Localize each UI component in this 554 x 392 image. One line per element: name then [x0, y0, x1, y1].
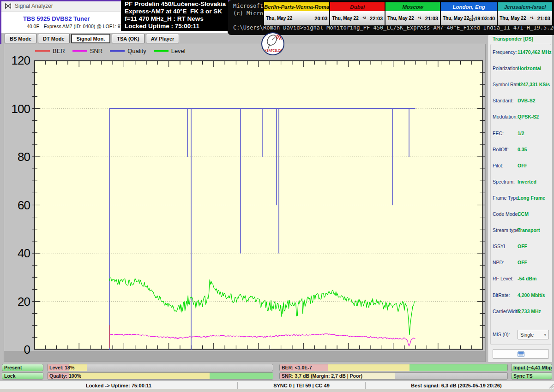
sync-bar-label: Sync TS	[513, 373, 532, 379]
clock-body: Thu, May 22-1DST19:03:40	[441, 11, 497, 25]
y-tick-label: 40	[6, 246, 30, 261]
signal-chart-panel: BERSNRQualityLevel 120100806040200	[4, 44, 486, 362]
param-row-frametype: Frame Type:Long Frame	[489, 195, 553, 202]
clock-city-label: Berlin-Paris-Vienna-Roma	[264, 2, 329, 11]
clock-body: Thu, May 22+121:03	[498, 11, 552, 25]
legend-swatch	[72, 50, 87, 52]
param-label: RollOff:	[493, 147, 509, 152]
transponder-panel: Transponder [DS] MIS (0): Single ▾ Frequ…	[488, 35, 552, 362]
param-value: DVB-S2	[518, 98, 536, 103]
clock-city-label: Jerusalem-Israel	[498, 2, 552, 11]
legend-swatch	[154, 50, 169, 52]
panel-tool-icon	[518, 351, 524, 357]
ber-bar-label: BER: <1.0E-7	[282, 365, 312, 370]
param-label: RF Level:	[493, 276, 513, 281]
param-value: Long Frame	[518, 195, 545, 201]
annotation-line: Express-AM7 at 40°E_FK 3 or SK	[125, 8, 228, 15]
y-tick-label: 120	[6, 53, 30, 68]
param-row-codemode: Code Mode:CCM	[489, 211, 553, 218]
param-row-bitrate: BitRate:4,200 Mbit/s	[489, 292, 553, 299]
tab-av-player[interactable]: AV Player	[146, 34, 180, 43]
transponder-groupbox	[490, 44, 551, 345]
annotation-line: Locked Uptime : 75:00:11	[125, 23, 228, 30]
param-value: Transport	[518, 227, 540, 233]
param-value: Horizontal	[518, 65, 541, 71]
param-label: ISSYI	[493, 244, 505, 249]
param-row-fec: FEC:1/2	[489, 131, 553, 137]
legend-swatch	[110, 50, 125, 52]
param-value: 4247,331 KS/s	[518, 82, 550, 87]
quality-bar-label: Quality: 100%	[49, 373, 81, 379]
param-value: OFF	[518, 163, 527, 168]
input-bar: Input (~4,41 Mbps)	[511, 364, 552, 371]
window-border-left	[0, 0, 1, 44]
param-value: QPSK-S2	[518, 114, 539, 119]
clock-utc-offset: -1DST	[469, 15, 475, 21]
y-tick-label: 80	[6, 150, 30, 164]
clock-utc-offset: +1	[417, 17, 422, 20]
tab-dt-mode[interactable]: DT Mode	[38, 34, 69, 43]
clock-time: 19:03:40	[475, 16, 495, 21]
param-value: OFF	[518, 260, 527, 265]
param-value: 0.35	[518, 147, 527, 152]
param-row-standard: Standard:DVB-S2	[489, 98, 553, 104]
param-label: Polarization:	[493, 65, 519, 71]
satellite-dish-icon	[262, 33, 283, 50]
ber-bar: BER: <1.0E-7	[279, 364, 508, 371]
legend-item-level: Level	[154, 48, 186, 54]
param-row-modulation: Modulation:QPSK-S2	[489, 114, 553, 120]
tab-tsa-ok-[interactable]: TSA (OK)	[112, 34, 144, 43]
clock-city-label: London, Eng	[441, 2, 497, 11]
param-value: -54 dBm	[518, 276, 536, 281]
lock-bar-label: Lock	[4, 373, 16, 379]
resize-grip[interactable]	[547, 382, 554, 389]
param-label: CarrierWidth:	[493, 309, 521, 314]
param-label: NPD:	[493, 260, 504, 265]
param-row-pilot: Pilot:OFF	[489, 163, 553, 169]
clock-time: 21:03	[537, 16, 550, 21]
bar-segment	[409, 364, 507, 371]
mis-value: Single	[520, 332, 534, 338]
legend-item-ber: BER	[35, 48, 65, 54]
snr-bar: SNR: 3,7 dB (Margin: 2,7 dB | Poor)	[279, 372, 508, 380]
status-bar: Locked -> Uptime: 75:00:11 SYNC 0 | TEI …	[0, 381, 554, 389]
tab-bs-mode[interactable]: BS Mode	[5, 34, 36, 43]
status-best-signal: Best signal: 6,3 dB (2025-05-19 20:26)	[366, 382, 547, 389]
clock-time: 22:03	[370, 16, 383, 21]
chart-bottom-shade	[4, 351, 485, 362]
clock-date: Thu, May 22	[500, 16, 526, 21]
clock-date: Thu, May 22	[332, 16, 358, 21]
clock-berlin-paris-vienna-roma: Berlin-Paris-Vienna-RomaThu, May 2220:03	[264, 2, 329, 25]
panel-tool-button[interactable]	[493, 349, 549, 359]
param-value: 4,200 Mbit/s	[518, 292, 545, 298]
present-bar-label: Present	[4, 365, 22, 370]
param-label: BitRate:	[493, 292, 510, 298]
tab-signal-mon-[interactable]: Signal Mon.	[71, 34, 111, 43]
legend-label: BER	[53, 48, 65, 54]
annotation-box: PF Prodelin 450/Lučenec-SlovakiaExpress-…	[121, 0, 228, 31]
clock-body: Thu, May 2220:03	[264, 11, 329, 25]
sync-bar: Sync TS	[511, 372, 552, 380]
clock-city-label: Moscow	[385, 2, 440, 11]
status-sync-counters: SYNC 0 | TEI 59 | CC 49	[238, 382, 366, 389]
quality-bar: Quality: 100%	[47, 372, 273, 380]
legend-label: Quality	[127, 48, 146, 54]
clock-dubai: DubaiThu, May 22+222:03	[330, 2, 385, 25]
param-value: Inverted	[518, 179, 536, 184]
window-title: Signal Analyzer	[15, 3, 53, 9]
y-tick-label: 20	[6, 295, 30, 309]
dxsatcs-logo: DXSATCS.COM	[261, 32, 284, 55]
clock-date: Thu, May 22	[266, 16, 292, 21]
y-tick-label: 60	[6, 198, 30, 213]
clock-body: Thu, May 22+222:03	[330, 11, 385, 25]
mis-label: MIS (0):	[493, 332, 510, 337]
mis-dropdown[interactable]: Single ▾	[518, 330, 549, 339]
present-bar: Present	[2, 364, 43, 371]
param-row-issyi: ISSYIOFF	[489, 244, 553, 250]
status-uptime: Locked -> Uptime: 75:00:11	[0, 382, 238, 389]
legend-label: Level	[171, 48, 186, 54]
legend-item-snr: SNR	[72, 48, 102, 54]
chevron-down-icon: ▾	[544, 333, 546, 337]
window-bottom-edge	[0, 389, 554, 392]
y-tick-label: 0	[6, 343, 30, 357]
